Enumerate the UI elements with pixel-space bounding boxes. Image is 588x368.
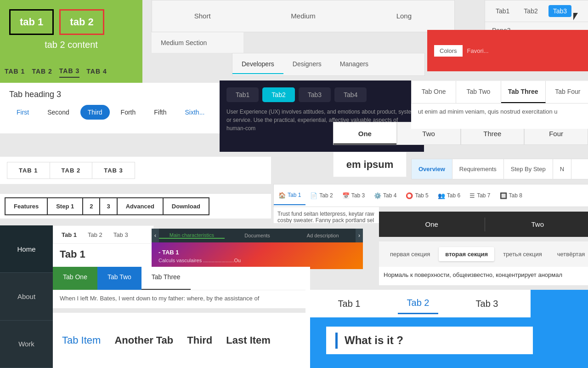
tab-requirements[interactable]: Requirements — [452, 159, 504, 179]
r3-tab-three[interactable]: Tab Three — [501, 81, 546, 103]
r3-tab-one[interactable]: Tab One — [412, 81, 456, 103]
tab-2-button[interactable]: tab 2 — [59, 9, 104, 35]
r3-tab-two[interactable]: Tab Two — [456, 81, 501, 103]
icon-tab2[interactable]: 📄 Tab 2 — [305, 187, 337, 205]
colored-tab-one[interactable]: Tab One — [53, 267, 97, 290]
r3-tab-four[interactable]: Tab Four — [546, 81, 588, 103]
what-is-it: What is it ? — [326, 327, 533, 354]
dark-tab1[interactable]: Tab1 — [226, 87, 259, 102]
tab-fifth[interactable]: Fifth — [147, 105, 174, 120]
sidebar-item-about[interactable]: About — [0, 273, 53, 320]
tab-n[interactable]: N — [553, 159, 571, 179]
mr-bates-text: When I left Mr. Bates, I went down to my… — [53, 290, 310, 308]
sidebar-item-work[interactable]: Work — [0, 321, 53, 368]
tab-medium[interactable]: Medium — [253, 3, 353, 30]
dark-tab4[interactable]: Tab4 — [334, 87, 367, 102]
box-tab2[interactable]: TAB 2 — [50, 162, 93, 179]
icon-tab5-label: Tab 5 — [415, 192, 428, 199]
dark-tab3[interactable]: Tab3 — [299, 87, 331, 102]
russian-tab1[interactable]: первая секция — [384, 247, 436, 261]
colored-tab-three[interactable]: Tab Three — [141, 267, 191, 290]
tab-developers[interactable]: Developers — [232, 55, 283, 74]
bottom-tab1[interactable]: Tab 1 — [329, 294, 370, 314]
gradient-tab-sublabel: Calculs vasculaires ....................… — [158, 258, 241, 263]
tab-overview[interactable]: Overview — [412, 159, 452, 179]
russian-tab3[interactable]: третья секция — [497, 247, 548, 261]
sidebar-item-home[interactable]: Home — [0, 225, 53, 273]
tab-main-char[interactable]: Main characteristics — [159, 232, 225, 239]
tab-3-underline[interactable]: TAB 3 — [59, 65, 79, 78]
tab-documents[interactable]: Documents — [225, 233, 290, 238]
panel-russian-tabs: первая секция вторая секция третья секци… — [379, 242, 588, 267]
tab-step2[interactable]: 2 — [82, 197, 100, 215]
tab-designers[interactable]: Designers — [283, 55, 331, 74]
nav-next[interactable]: › — [356, 229, 363, 242]
tab-forth[interactable]: Forth — [113, 105, 143, 120]
icon-tab2-label: Tab 2 — [319, 192, 333, 199]
r1-tab3[interactable]: Tab3 — [548, 5, 571, 17]
tab-1-underline[interactable]: TAB 1 — [5, 65, 25, 77]
tab-4-underline[interactable]: TAB 4 — [86, 65, 107, 77]
another-tab[interactable]: Another Tab — [114, 334, 173, 346]
tab-managers[interactable]: Managers — [331, 55, 378, 74]
panel-one-two-dark: One Two — [379, 212, 588, 237]
colors-tab[interactable]: Colors — [434, 45, 463, 57]
small-tab2[interactable]: Tab 2 — [84, 229, 106, 241]
icon-tab1[interactable]: 🏠 Tab 1 — [274, 186, 305, 205]
tab-step1[interactable]: Step 1 — [47, 197, 83, 215]
icon-tab3[interactable]: 📅 Tab 3 — [338, 187, 369, 205]
icon-tab7[interactable]: ☰ Tab 7 — [465, 187, 495, 205]
tab-step3[interactable]: 3 — [99, 197, 117, 215]
panel-developers: Developers Designers Managers — [232, 53, 425, 76]
r1-tab1[interactable]: Tab1 — [492, 5, 513, 17]
icon-tab8-label: Tab 8 — [509, 192, 522, 199]
small-tab1[interactable]: Tab 1 — [58, 229, 80, 241]
tab-advanced[interactable]: Advanced — [117, 197, 164, 215]
tab-second[interactable]: Second — [40, 105, 76, 120]
russian-tab2[interactable]: вторая секция — [439, 247, 494, 261]
third-tab[interactable]: Third — [187, 334, 212, 346]
panel-colored-tabs: Tab One Tab Two Tab Three — [53, 267, 310, 290]
small-tab3[interactable]: Tab 3 — [110, 229, 132, 241]
panel-colors-red: Colors Favori... — [427, 30, 588, 71]
gradient-tab-label: - TAB 1 — [158, 249, 241, 256]
box-tab1[interactable]: TAB 1 — [7, 162, 50, 179]
panel-characteristics: ‹ Main characteristics Documents Ad desc… — [152, 229, 363, 242]
russian-content: Нормаль к поверхности, общеизвестно, кон… — [379, 267, 588, 285]
icon-tab6[interactable]: 👥 Tab 6 — [433, 187, 465, 205]
r1-tab2[interactable]: Tab2 — [520, 5, 541, 17]
tab-first[interactable]: First — [9, 105, 36, 120]
tab-ad-desc[interactable]: Ad description — [290, 233, 356, 238]
tab-sixth[interactable]: Sixth... — [178, 105, 212, 120]
icon-tab6-label: Tab 6 — [447, 192, 460, 199]
panel-small-tabs: Tab 1 Tab 2 Tab 3 — [53, 225, 154, 244]
dark-tab2[interactable]: Tab2 — [262, 87, 294, 102]
russian-tab4[interactable]: четвёртая — [551, 247, 588, 261]
colored-tab-two[interactable]: Tab Two — [97, 267, 141, 290]
icon-tab8[interactable]: 🔲 Tab 8 — [495, 187, 527, 205]
tab-third[interactable]: Third — [80, 105, 110, 120]
tab-one[interactable]: One — [333, 122, 397, 145]
tab-1-button[interactable]: tab 1 — [9, 9, 54, 35]
calendar-icon: 📅 — [342, 192, 350, 199]
nav-prev[interactable]: ‹ — [152, 229, 159, 242]
bottom-tab3[interactable]: Tab 3 — [467, 294, 508, 314]
dark-tab-two[interactable]: Two — [485, 213, 588, 235]
icon-tab4[interactable]: ⚙️ Tab 4 — [369, 187, 401, 205]
tab-2-underline[interactable]: TAB 2 — [32, 65, 52, 77]
users-icon: 👥 — [438, 192, 445, 199]
tab-download[interactable]: Download — [163, 197, 209, 215]
tab-short[interactable]: Short — [152, 3, 253, 30]
tab-step-by-step[interactable]: Step By Step — [504, 159, 553, 179]
panel-tab-box: TAB 1 TAB 2 TAB 3 — [0, 156, 271, 184]
last-item-tab[interactable]: Last Item — [226, 334, 271, 346]
box-tab3[interactable]: TAB 3 — [92, 162, 135, 179]
tab-features[interactable]: Features — [5, 197, 48, 215]
bottom-tab2[interactable]: Tab 2 — [398, 293, 439, 314]
gear-icon: ⚙️ — [374, 192, 381, 199]
icon-tab5[interactable]: ⭕ Tab 5 — [401, 187, 433, 205]
dark-tab-one[interactable]: One — [379, 213, 485, 235]
tab-item[interactable]: Tab Item — [62, 334, 101, 346]
tab-long[interactable]: Long — [354, 3, 454, 30]
panel-features-tabs: Features Step 1 2 3 Advanced Download — [0, 193, 271, 218]
